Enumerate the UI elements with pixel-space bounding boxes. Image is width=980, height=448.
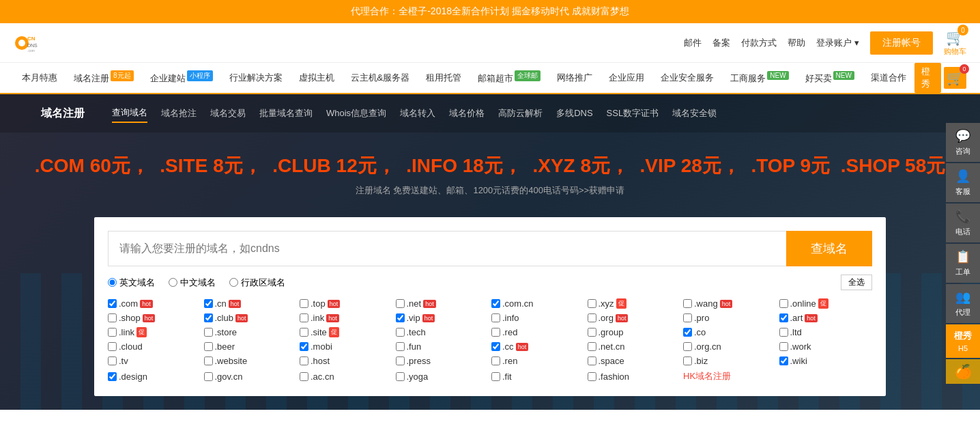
checkbox-tv[interactable] bbox=[108, 356, 117, 365]
nav-item-security[interactable]: 企业安全服务 bbox=[652, 65, 722, 91]
panel-orange[interactable]: 橙秀 H5 bbox=[946, 324, 980, 358]
checkbox-yoga[interactable] bbox=[396, 372, 405, 381]
subnav-lock[interactable]: 域名安全锁 bbox=[672, 104, 717, 122]
nav-orange-icon[interactable]: 橙秀 bbox=[914, 63, 941, 93]
checkbox-cn[interactable] bbox=[204, 299, 213, 308]
checkbox-host[interactable] bbox=[300, 356, 308, 365]
checkbox-fashion[interactable] bbox=[588, 372, 596, 381]
checkbox-gov-cn[interactable] bbox=[204, 372, 213, 381]
checkbox-fit[interactable] bbox=[491, 372, 500, 381]
nav-item-special[interactable]: 本月特惠 bbox=[14, 65, 66, 91]
hk-domain-link[interactable]: HK域名注册 bbox=[683, 370, 731, 382]
radio-admin[interactable]: 行政区域名 bbox=[229, 277, 285, 289]
panel-service[interactable]: 👤 客服 bbox=[946, 163, 980, 202]
checkbox-org-cn[interactable] bbox=[683, 342, 692, 351]
domain-search-button[interactable]: 查域名 bbox=[786, 231, 872, 266]
checkbox-vip[interactable] bbox=[396, 313, 405, 322]
nav-item-enterprise[interactable]: 企业应用 bbox=[601, 65, 652, 91]
subnav-batch[interactable]: 批量域名查询 bbox=[259, 104, 313, 122]
radio-english[interactable]: 英文域名 bbox=[108, 277, 155, 289]
panel-ticket[interactable]: 📋 工单 bbox=[946, 244, 980, 283]
checkbox-top[interactable] bbox=[300, 299, 308, 308]
nav-item-business[interactable]: 工商服务NEW bbox=[722, 64, 796, 92]
nav-item-network[interactable]: 网络推广 bbox=[549, 65, 601, 91]
checkbox-info[interactable] bbox=[491, 313, 500, 322]
checkbox-pro[interactable] bbox=[683, 313, 692, 322]
checkbox-org[interactable] bbox=[588, 313, 596, 322]
checkbox-com[interactable] bbox=[108, 299, 117, 308]
radio-chinese-label: 中文域名 bbox=[180, 277, 216, 289]
nav-item-market[interactable]: 好买卖NEW bbox=[797, 64, 863, 92]
header-login-link[interactable]: 登录账户 ▾ bbox=[816, 37, 859, 49]
select-all-button[interactable]: 全选 bbox=[841, 275, 872, 290]
checkbox-tech[interactable] bbox=[396, 328, 405, 337]
nav-cart-icon[interactable]: 🛒0 bbox=[944, 67, 966, 89]
nav-item-channel[interactable]: 渠道合作 bbox=[863, 65, 914, 91]
checkbox-com-cn[interactable] bbox=[491, 299, 500, 308]
checkbox-beer[interactable] bbox=[204, 342, 213, 351]
subnav-price[interactable]: 域名价格 bbox=[449, 104, 485, 122]
checkbox-press[interactable] bbox=[396, 356, 405, 365]
checkbox-net[interactable] bbox=[396, 299, 405, 308]
checkbox-group[interactable] bbox=[588, 328, 596, 337]
subnav-trade[interactable]: 域名交易 bbox=[210, 104, 246, 122]
checkbox-xyz[interactable] bbox=[588, 299, 596, 308]
checkbox-ink[interactable] bbox=[300, 313, 308, 322]
cart-area[interactable]: 🛒 0 购物车 bbox=[944, 29, 966, 57]
checkbox-website[interactable] bbox=[204, 356, 213, 365]
checkbox-wang[interactable] bbox=[683, 299, 692, 308]
panel-consult[interactable]: 💬 咨询 bbox=[946, 123, 980, 162]
checkbox-work[interactable] bbox=[779, 342, 788, 351]
panel-gold[interactable]: 🍊 bbox=[946, 359, 980, 384]
checkbox-club[interactable] bbox=[204, 313, 213, 322]
checkbox-net-cn[interactable] bbox=[588, 342, 596, 351]
radio-chinese[interactable]: 中文域名 bbox=[169, 277, 216, 289]
register-button[interactable]: 注册帐号 bbox=[870, 31, 933, 55]
svg-text:CN: CN bbox=[27, 36, 35, 42]
nav-item-hosting[interactable]: 租用托管 bbox=[418, 65, 470, 91]
radio-chinese-input[interactable] bbox=[169, 278, 177, 287]
radio-admin-input[interactable] bbox=[229, 278, 238, 287]
radio-english-input[interactable] bbox=[108, 278, 117, 287]
checkbox-store[interactable] bbox=[204, 328, 213, 337]
subnav-grab[interactable]: 域名抢注 bbox=[161, 104, 197, 122]
checkbox-cloud[interactable] bbox=[108, 342, 117, 351]
header-payment-link[interactable]: 付款方式 bbox=[741, 37, 777, 49]
subnav-dns[interactable]: 多线DNS bbox=[556, 104, 592, 122]
subnav-ssl[interactable]: SSL数字证书 bbox=[607, 104, 659, 122]
subnav-transfer[interactable]: 域名转入 bbox=[400, 104, 435, 122]
domain-search-input[interactable] bbox=[108, 231, 786, 266]
checkbox-shop[interactable] bbox=[108, 313, 117, 322]
header-record-link[interactable]: 备案 bbox=[712, 37, 730, 49]
checkbox-fun[interactable] bbox=[396, 342, 405, 351]
nav-item-cloud[interactable]: 云主机&服务器 bbox=[343, 65, 418, 91]
nav-item-virtual[interactable]: 虚拟主机 bbox=[291, 65, 343, 91]
checkbox-art[interactable] bbox=[779, 313, 788, 322]
checkbox-red[interactable] bbox=[491, 328, 500, 337]
checkbox-ren[interactable] bbox=[491, 356, 500, 365]
panel-phone[interactable]: 📞 电话 bbox=[946, 204, 980, 242]
subnav-whois[interactable]: Whois信息查询 bbox=[326, 104, 386, 122]
panel-agent[interactable]: 👥 代理 bbox=[946, 284, 980, 323]
nav-item-email[interactable]: 邮箱超市全球邮 bbox=[470, 64, 549, 92]
checkbox-link[interactable] bbox=[108, 328, 117, 337]
checkbox-online[interactable] bbox=[779, 299, 788, 308]
nav-item-domain[interactable]: 域名注册8元起 bbox=[66, 64, 142, 92]
domain-item-wang: .wang hot bbox=[683, 298, 777, 309]
checkbox-design[interactable] bbox=[108, 372, 117, 381]
nav-item-website[interactable]: 企业建站小程序 bbox=[142, 64, 221, 92]
checkbox-mobi[interactable] bbox=[300, 342, 308, 351]
checkbox-space[interactable] bbox=[588, 356, 596, 365]
header-help-link[interactable]: 帮助 bbox=[788, 37, 805, 49]
checkbox-ac-cn[interactable] bbox=[300, 372, 308, 381]
checkbox-cc[interactable] bbox=[491, 342, 500, 351]
subnav-query[interactable]: 查询域名 bbox=[112, 104, 147, 123]
subnav-ddos[interactable]: 高防云解析 bbox=[498, 104, 543, 122]
checkbox-wiki[interactable] bbox=[779, 356, 788, 365]
nav-item-industry[interactable]: 行业解决方案 bbox=[221, 65, 291, 91]
checkbox-biz[interactable] bbox=[683, 356, 692, 365]
checkbox-co[interactable] bbox=[683, 328, 692, 337]
header-mail-link[interactable]: 邮件 bbox=[684, 37, 702, 49]
checkbox-ltd[interactable] bbox=[779, 328, 788, 337]
checkbox-site[interactable] bbox=[300, 328, 308, 337]
